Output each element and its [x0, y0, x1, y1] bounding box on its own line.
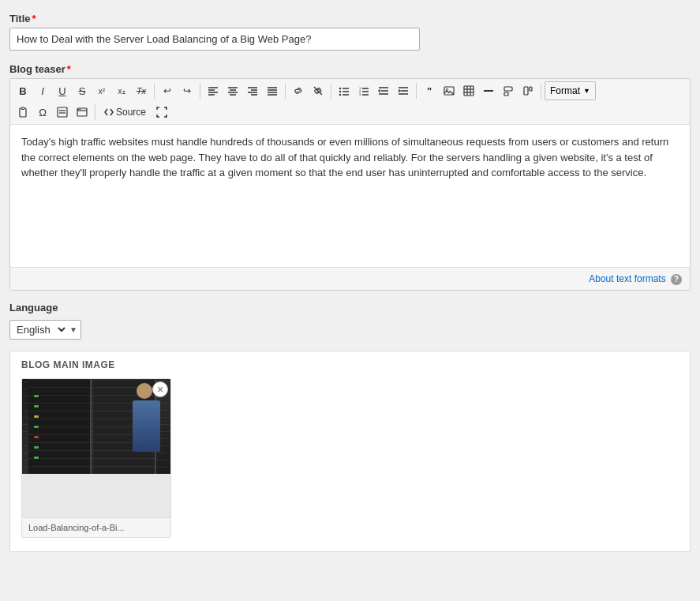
svg-rect-46 [530, 87, 532, 91]
svg-point-21 [339, 94, 341, 96]
blockquote-button[interactable]: " [420, 81, 439, 100]
language-section: Language English French Spanish German ▼ [9, 302, 691, 340]
strikethrough-button[interactable]: S [73, 81, 92, 100]
paste-text-button[interactable] [13, 103, 32, 122]
svg-point-54 [78, 109, 80, 111]
toolbar-sep-3 [285, 83, 286, 99]
undo-button[interactable]: ↩ [158, 81, 177, 100]
toolbar-sep-7 [95, 104, 95, 120]
underline-button[interactable]: U [53, 81, 72, 100]
blog-teaser-section: Blog teaser* B I U S x² x₂ Tx ↩ ↪ [9, 63, 691, 291]
svg-point-55 [80, 109, 81, 111]
about-formats-link[interactable]: About text formats [589, 273, 668, 284]
server-light-5 [34, 436, 39, 438]
toolbar-sep-5 [416, 83, 417, 99]
omega-button[interactable]: Ω [33, 103, 52, 122]
title-input[interactable] [9, 28, 420, 51]
image-icon [444, 85, 455, 96]
paste-icon [17, 107, 28, 118]
about-formats-bar: About text formats ? [10, 267, 690, 290]
styles-button[interactable] [53, 103, 72, 122]
unlink-button[interactable] [309, 81, 328, 100]
iframe-button[interactable] [73, 103, 92, 122]
link-button[interactable] [289, 81, 308, 100]
italic-button[interactable]: I [33, 81, 52, 100]
server-lights [34, 395, 39, 459]
remove-format-button[interactable]: Tx [132, 81, 151, 100]
server-light-7 [34, 456, 39, 459]
title-label-text: Title [9, 13, 31, 24]
fullscreen-icon [156, 107, 167, 118]
image-filename-bar: Load-Balancing-of-a-Bi... [22, 517, 170, 537]
outdent-icon [378, 85, 389, 96]
editor-content[interactable]: Today's high traffic websites must handl… [10, 125, 690, 267]
about-formats-label: About text formats [589, 273, 665, 284]
italic-icon: I [41, 85, 44, 97]
svg-rect-48 [21, 107, 24, 110]
title-section: Title* [9, 9, 691, 54]
image-button[interactable] [440, 81, 459, 100]
blog-teaser-label-text: Blog teaser [9, 63, 66, 75]
person-body [133, 400, 160, 452]
hr-icon [483, 85, 494, 96]
bullet-list-button[interactable] [335, 81, 354, 100]
special2-button[interactable] [518, 81, 537, 100]
superscript-button[interactable]: x² [92, 81, 111, 100]
person-head [137, 383, 152, 399]
svg-point-36 [446, 88, 447, 90]
special2-icon [522, 85, 533, 96]
language-label: Language [9, 302, 691, 314]
align-right-icon [247, 85, 258, 96]
svg-rect-45 [524, 87, 528, 95]
indent-button[interactable] [394, 81, 413, 100]
svg-rect-44 [504, 92, 508, 96]
table-button[interactable] [459, 81, 478, 100]
svg-rect-37 [464, 86, 474, 96]
server-light-2 [34, 405, 39, 408]
iframe-icon [77, 107, 88, 118]
remove-btn-label: × [157, 383, 163, 396]
outdent-button[interactable] [374, 81, 393, 100]
format-dropdown[interactable]: Format ▼ [545, 81, 596, 100]
align-right-button[interactable] [243, 81, 262, 100]
editor-text: Today's high traffic websites must handl… [21, 134, 679, 181]
subscript-button[interactable]: x₂ [112, 81, 131, 100]
dropdown-arrow-icon: ▼ [583, 87, 590, 95]
toolbar-row-2: Ω Source [13, 103, 687, 122]
bullet-list-icon [339, 85, 350, 96]
language-select[interactable]: English French Spanish German [13, 323, 68, 336]
blog-teaser-label: Blog teaser* [9, 63, 691, 75]
remove-format-icon: Tx [137, 86, 146, 96]
fullscreen-button[interactable] [152, 103, 171, 122]
server-light-4 [34, 426, 39, 428]
svg-point-19 [339, 91, 341, 92]
source-label: Source [116, 107, 146, 118]
image-remove-button[interactable]: × [152, 381, 168, 397]
superscript-icon: x² [99, 87, 105, 96]
underline-icon: U [58, 85, 66, 97]
align-justify-button[interactable] [263, 81, 282, 100]
image-caption-area [22, 474, 170, 517]
about-formats-help-icon[interactable]: ? [671, 274, 682, 285]
image-preview-box: Load-Balancing-of-a-Bi... [21, 378, 171, 538]
toolbar-sep-2 [200, 83, 200, 99]
hr-button[interactable] [479, 81, 498, 100]
align-left-button[interactable] [204, 81, 223, 100]
bold-button[interactable]: B [13, 81, 32, 100]
svg-point-17 [339, 88, 341, 89]
title-label: Title* [9, 13, 691, 24]
format-label: Format [550, 85, 580, 96]
subscript-icon: x₂ [118, 87, 125, 96]
special1-button[interactable] [499, 81, 518, 100]
redo-button[interactable]: ↪ [178, 81, 197, 100]
source-button[interactable]: Source [99, 103, 152, 122]
toolbar-sep-1 [154, 83, 155, 99]
svg-rect-43 [504, 87, 512, 91]
toolbar-row-1: B I U S x² x₂ Tx ↩ ↪ [13, 81, 687, 100]
align-center-button[interactable] [223, 81, 242, 100]
numbered-list-button[interactable]: 1.2.3. [354, 81, 373, 100]
align-center-icon [227, 85, 238, 96]
toolbar-sep-4 [331, 83, 331, 99]
special1-icon [503, 85, 514, 96]
blog-image-section: BLOG MAIN IMAGE × [9, 351, 691, 552]
